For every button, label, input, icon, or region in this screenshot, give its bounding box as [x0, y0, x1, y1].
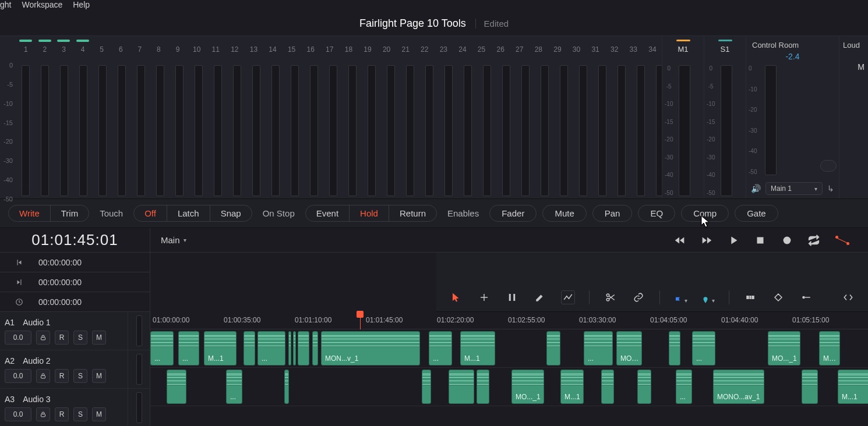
track-gain[interactable]: 0.0: [5, 369, 31, 383]
audio-clip[interactable]: ...: [584, 331, 613, 365]
track-r-button[interactable]: R: [55, 407, 69, 421]
track-meter[interactable]: 18: [339, 40, 358, 198]
track-r-button[interactable]: R: [55, 369, 69, 383]
audio-clip[interactable]: M...1: [560, 370, 584, 404]
audio-clip[interactable]: ...: [257, 331, 285, 365]
onstop-mode-hold[interactable]: Hold: [349, 205, 389, 221]
track-meter[interactable]: 4: [73, 40, 93, 198]
track-header-a1[interactable]: A1Audio 1 0.0 RSM: [0, 312, 150, 350]
lock-icon[interactable]: [36, 369, 50, 383]
audio-clip[interactable]: MO..._1: [511, 370, 544, 404]
track-meter[interactable]: 32: [605, 40, 624, 198]
enable-fader[interactable]: Fader: [489, 205, 537, 222]
automation-mode-write[interactable]: Write: [9, 205, 50, 221]
audio-clip[interactable]: [477, 370, 489, 404]
track-gain[interactable]: 0.0: [5, 407, 31, 421]
audio-clip[interactable]: ...: [226, 370, 242, 404]
audio-clip[interactable]: [288, 331, 291, 365]
track-meter[interactable]: 17: [320, 40, 340, 198]
track-meter[interactable]: 33: [624, 40, 643, 198]
audio-clip[interactable]: [637, 370, 651, 404]
audio-clip[interactable]: M...1: [838, 370, 868, 404]
bus-meter-s1[interactable]: S1 0-5-10-15-20-30-40-50: [704, 36, 746, 198]
menu-item-help[interactable]: Help: [73, 0, 90, 9]
audio-clip[interactable]: [449, 370, 474, 404]
track-header-a2[interactable]: A2Audio 2 0.0 RSM: [0, 350, 150, 389]
audio-clip[interactable]: [284, 370, 289, 404]
range-tool[interactable]: [477, 290, 491, 304]
out-point-row[interactable]: 00:00:00:00: [0, 272, 150, 292]
onstop-mode-return[interactable]: Return: [389, 205, 436, 221]
track-meter[interactable]: 12: [225, 40, 245, 198]
track-meter[interactable]: 7: [130, 40, 150, 198]
audio-clip[interactable]: ...: [429, 331, 452, 365]
flag-blue-dropdown[interactable]: ▾: [674, 296, 687, 304]
audio-clip[interactable]: MO..._1: [616, 331, 642, 365]
audio-clip[interactable]: [298, 331, 309, 365]
timecode-display[interactable]: 01:01:45:01: [0, 228, 150, 252]
menu-item-fairlight[interactable]: ght: [0, 0, 11, 9]
track-meter[interactable]: 23: [434, 40, 453, 198]
track-meter[interactable]: 31: [586, 40, 605, 198]
trim-tool[interactable]: [505, 290, 519, 304]
audio-clip[interactable]: [669, 331, 680, 365]
track-meter[interactable]: 34: [643, 40, 662, 198]
track-meter[interactable]: 5: [92, 40, 111, 198]
track-s-button[interactable]: S: [73, 331, 87, 345]
touch-mode-latch[interactable]: Latch: [167, 205, 210, 221]
clip-lane-a1[interactable]: ......M...1...MON...v_1...M...1...MO..._…: [150, 329, 868, 368]
track-meter[interactable]: 3: [54, 40, 73, 198]
audio-clip[interactable]: MONO...av_1: [713, 370, 764, 404]
track-meter[interactable]: 11: [206, 40, 225, 198]
automation-toggle-button[interactable]: [834, 234, 851, 247]
audio-clip[interactable]: M...1: [819, 331, 840, 365]
touch-mode-off[interactable]: Off: [134, 205, 167, 221]
track-gain[interactable]: 0.0: [5, 331, 31, 345]
link-tool[interactable]: [631, 290, 645, 304]
stop-button[interactable]: [754, 234, 767, 247]
enable-pan[interactable]: Pan: [592, 205, 633, 222]
track-meter[interactable]: 13: [244, 40, 263, 198]
track-m-button[interactable]: M: [92, 331, 106, 345]
audio-clip[interactable]: [422, 370, 431, 404]
selection-tool[interactable]: [449, 290, 463, 304]
enable-gate[interactable]: Gate: [735, 205, 778, 222]
track-m-button[interactable]: M: [92, 369, 106, 383]
timeline-view-options[interactable]: [841, 290, 855, 304]
track-meter[interactable]: 8: [149, 40, 168, 198]
fade-handle-icon[interactable]: [799, 290, 813, 304]
automation-select-tool[interactable]: [561, 290, 575, 304]
audio-clip[interactable]: [601, 370, 614, 404]
loop-button[interactable]: [807, 234, 820, 247]
track-s-button[interactable]: S: [73, 369, 87, 383]
track-meter[interactable]: 19: [358, 40, 377, 198]
track-meter[interactable]: 29: [548, 40, 567, 198]
clip-lane-a2[interactable]: ...MO..._1M...1...MONO...av_1M...1: [150, 368, 868, 406]
track-meter[interactable]: 15: [282, 40, 301, 198]
marker-cyan-dropdown[interactable]: ▾: [701, 296, 715, 304]
track-m-button[interactable]: M: [92, 407, 106, 421]
track-meter[interactable]: 21: [396, 40, 415, 198]
play-button[interactable]: [727, 234, 740, 247]
snapping-button[interactable]: [743, 290, 757, 304]
track-name[interactable]: Audio 2: [23, 356, 50, 365]
lock-icon[interactable]: [36, 331, 50, 345]
enable-eq[interactable]: EQ: [638, 205, 675, 222]
audio-clip[interactable]: ...: [676, 370, 692, 404]
audio-clip[interactable]: [167, 370, 186, 404]
timeline-select[interactable]: Main ▾: [150, 235, 197, 245]
track-meter[interactable]: 27: [510, 40, 529, 198]
onstop-mode-event[interactable]: Event: [306, 205, 349, 221]
audio-clip[interactable]: ...: [150, 331, 174, 365]
scissors-tool[interactable]: [604, 290, 618, 304]
track-meter[interactable]: 14: [263, 40, 283, 198]
track-meter[interactable]: 10: [187, 40, 206, 198]
track-name[interactable]: Audio 1: [23, 318, 50, 327]
clip-lane-a3[interactable]: [150, 406, 868, 426]
audio-clip[interactable]: [244, 331, 255, 365]
track-meter[interactable]: 20: [377, 40, 396, 198]
track-meter[interactable]: 26: [491, 40, 510, 198]
audio-clip[interactable]: ...: [178, 331, 199, 365]
bus-meter-m1[interactable]: M1 0-5-10-15-20-30-40-50: [662, 36, 704, 198]
track-meter[interactable]: 1: [16, 40, 36, 198]
